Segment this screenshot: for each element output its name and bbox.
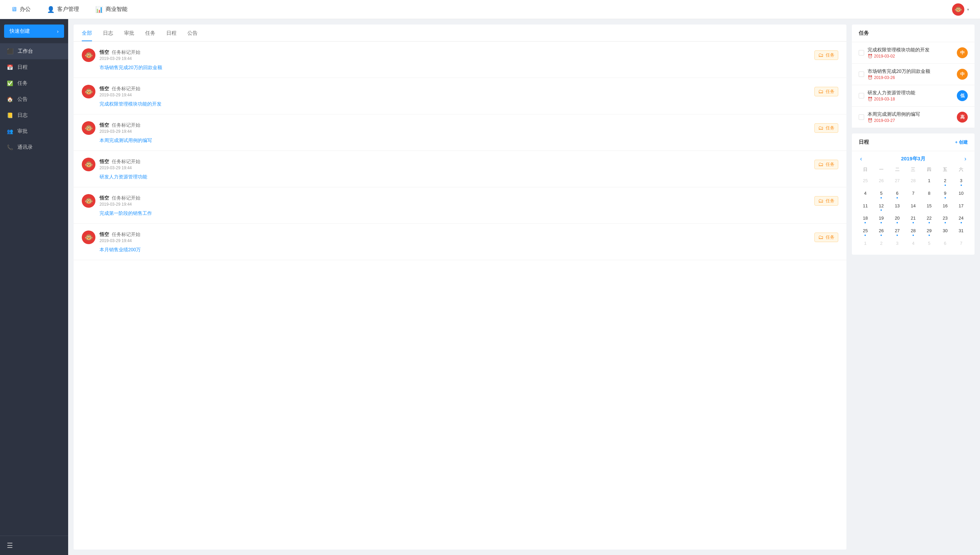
calendar-day[interactable]: 25 bbox=[857, 175, 873, 188]
sidebar-item-task-label: 任务 bbox=[18, 80, 27, 87]
task-checkbox[interactable] bbox=[859, 93, 864, 98]
tab-approve[interactable]: 审批 bbox=[124, 24, 134, 41]
nav-item-crm[interactable]: 👤 客户管理 bbox=[47, 6, 79, 13]
feed-link[interactable]: 完成第一阶段的销售工作 bbox=[82, 210, 838, 217]
quick-create-button[interactable]: 快速创建 › bbox=[4, 24, 64, 38]
calendar-next-button[interactable]: › bbox=[963, 155, 968, 162]
feed-user-info: 悟空 任务标记开始 2019-03-29 19:44 bbox=[100, 231, 140, 243]
calendar-day[interactable]: 25 bbox=[857, 225, 873, 238]
calendar-day[interactable]: 12 bbox=[873, 201, 889, 213]
clock-icon: ⏰ bbox=[867, 54, 873, 59]
calendar-day[interactable]: 27 bbox=[889, 175, 905, 188]
feed-link[interactable]: 本月销售业绩200万 bbox=[82, 247, 838, 253]
calendar-day[interactable]: 5 bbox=[873, 188, 889, 201]
calendar-day[interactable]: 28 bbox=[905, 225, 921, 238]
calendar-day[interactable]: 8 bbox=[921, 188, 937, 201]
calendar-day[interactable]: 24 bbox=[953, 213, 969, 225]
calendar-day[interactable]: 17 bbox=[953, 201, 969, 213]
calendar-day[interactable]: 4 bbox=[905, 238, 921, 249]
sidebar-item-contacts[interactable]: 📞 通讯录 bbox=[0, 139, 68, 155]
create-schedule-button[interactable]: + 创建 bbox=[955, 139, 968, 145]
sidebar-item-approve[interactable]: 👥 审批 bbox=[0, 123, 68, 139]
tasks-widget-header: 任务 bbox=[852, 24, 975, 42]
calendar-header: ‹ 2019年3月 › bbox=[852, 151, 975, 167]
calendar-day[interactable]: 3 bbox=[889, 238, 905, 249]
tab-task[interactable]: 任务 bbox=[145, 24, 155, 41]
feed-badge: 🗂 任务 bbox=[814, 233, 838, 242]
calendar-day[interactable]: 30 bbox=[937, 225, 953, 238]
calendar-day[interactable]: 16 bbox=[937, 201, 953, 213]
weekday-label: 三 bbox=[905, 167, 921, 173]
calendar-day[interactable]: 7 bbox=[905, 188, 921, 201]
feed-badge-label: 任务 bbox=[826, 88, 835, 95]
feed-link[interactable]: 本周完成测试用例的编写 bbox=[82, 138, 838, 144]
calendar-day[interactable]: 28 bbox=[905, 175, 921, 188]
sidebar-item-approve-label: 审批 bbox=[18, 128, 27, 135]
task-checkbox[interactable] bbox=[859, 114, 864, 120]
calendar-day[interactable]: 26 bbox=[873, 225, 889, 238]
tab-all[interactable]: 全部 bbox=[82, 24, 92, 41]
task-item: 研发人力资源管理功能 ⏰ 2019-03-18 低 bbox=[852, 85, 975, 107]
calendar-widget: 日程 + 创建 ‹ 2019年3月 › 日一二三四五六 252627281234… bbox=[852, 133, 975, 255]
calendar-day[interactable]: 3 bbox=[953, 175, 969, 188]
calendar-day[interactable]: 6 bbox=[937, 238, 953, 249]
calendar-day[interactable]: 10 bbox=[953, 188, 969, 201]
sidebar-item-diary[interactable]: 📒 日志 bbox=[0, 107, 68, 123]
calendar-day[interactable]: 9 bbox=[937, 188, 953, 201]
calendar-day[interactable]: 18 bbox=[857, 213, 873, 225]
calendar-day[interactable]: 21 bbox=[905, 213, 921, 225]
calendar-day[interactable]: 31 bbox=[953, 225, 969, 238]
calendar-day[interactable]: 1 bbox=[921, 175, 937, 188]
calendar-day[interactable]: 27 bbox=[889, 225, 905, 238]
feed-tabs: 全部 日志 审批 任务 日程 公告 bbox=[74, 24, 846, 42]
sidebar-item-task[interactable]: ✅ 任务 bbox=[0, 75, 68, 91]
feed-item: 🐵 悟空 任务标记开始 2019-03-29 19:44 🗂 任务 完成第一阶段… bbox=[74, 187, 846, 224]
calendar-weekdays: 日一二三四五六 bbox=[857, 167, 969, 175]
calendar-day[interactable]: 2 bbox=[873, 238, 889, 249]
sidebar-item-announce[interactable]: 🏠 公告 bbox=[0, 91, 68, 107]
sidebar-collapse-button[interactable]: ☰ bbox=[0, 536, 68, 555]
nav-item-office[interactable]: 🖥 办公 bbox=[11, 6, 31, 13]
calendar-day[interactable]: 2 bbox=[937, 175, 953, 188]
calendar-day[interactable]: 13 bbox=[889, 201, 905, 213]
calendar-day[interactable]: 23 bbox=[937, 213, 953, 225]
feed-username: 悟空 bbox=[100, 195, 109, 201]
calendar-day[interactable]: 11 bbox=[857, 201, 873, 213]
calendar-day[interactable]: 22 bbox=[921, 213, 937, 225]
feed-avatar: 🐵 bbox=[82, 231, 95, 244]
calendar-day[interactable]: 26 bbox=[873, 175, 889, 188]
calendar-day[interactable]: 20 bbox=[889, 213, 905, 225]
calendar-day[interactable]: 6 bbox=[889, 188, 905, 201]
nav-item-bi[interactable]: 📊 商业智能 bbox=[95, 6, 127, 13]
clock-icon: ⏰ bbox=[867, 75, 873, 80]
feed-item: 🐵 悟空 任务标记开始 2019-03-29 19:44 🗂 任务 本周完成测试… bbox=[74, 114, 846, 151]
tab-schedule[interactable]: 日程 bbox=[166, 24, 177, 41]
feed-link[interactable]: 完成权限管理模块功能的开发 bbox=[82, 101, 838, 107]
calendar-prev-button[interactable]: ‹ bbox=[859, 155, 864, 162]
feed-item-left: 🐵 悟空 任务标记开始 2019-03-29 19:44 bbox=[82, 158, 140, 171]
feed-user-info: 悟空 任务标记开始 2019-03-29 19:44 bbox=[100, 195, 140, 207]
tab-diary[interactable]: 日志 bbox=[103, 24, 113, 41]
calendar-day[interactable]: 5 bbox=[921, 238, 937, 249]
feed-item-left: 🐵 悟空 任务标记开始 2019-03-29 19:44 bbox=[82, 48, 140, 62]
calendar-day[interactable]: 14 bbox=[905, 201, 921, 213]
task-checkbox[interactable] bbox=[859, 50, 864, 56]
feed-link[interactable]: 市场销售完成20万的回款金额 bbox=[82, 65, 838, 71]
task-date: ⏰ 2019-03-26 bbox=[867, 75, 953, 80]
calendar-day[interactable]: 7 bbox=[953, 238, 969, 249]
nav-item-bi-label: 商业智能 bbox=[106, 6, 127, 13]
task-title: 完成权限管理模块功能的开发 bbox=[867, 47, 953, 53]
task-checkbox[interactable] bbox=[859, 72, 864, 77]
calendar-day[interactable]: 29 bbox=[921, 225, 937, 238]
top-nav-user[interactable]: 🐵 ▾ bbox=[952, 3, 969, 16]
tab-announce[interactable]: 公告 bbox=[187, 24, 198, 41]
feed-user-info: 悟空 任务标记开始 2019-03-29 19:44 bbox=[100, 122, 140, 134]
feed-link[interactable]: 研发人力资源管理功能 bbox=[82, 174, 838, 180]
sidebar-item-schedule[interactable]: 📅 日程 bbox=[0, 59, 68, 75]
contacts-icon: 📞 bbox=[7, 144, 13, 151]
calendar-day[interactable]: 4 bbox=[857, 188, 873, 201]
calendar-day[interactable]: 15 bbox=[921, 201, 937, 213]
calendar-day[interactable]: 1 bbox=[857, 238, 873, 249]
sidebar-item-workbench[interactable]: ⬛ 工作台 bbox=[0, 43, 68, 59]
calendar-day[interactable]: 19 bbox=[873, 213, 889, 225]
